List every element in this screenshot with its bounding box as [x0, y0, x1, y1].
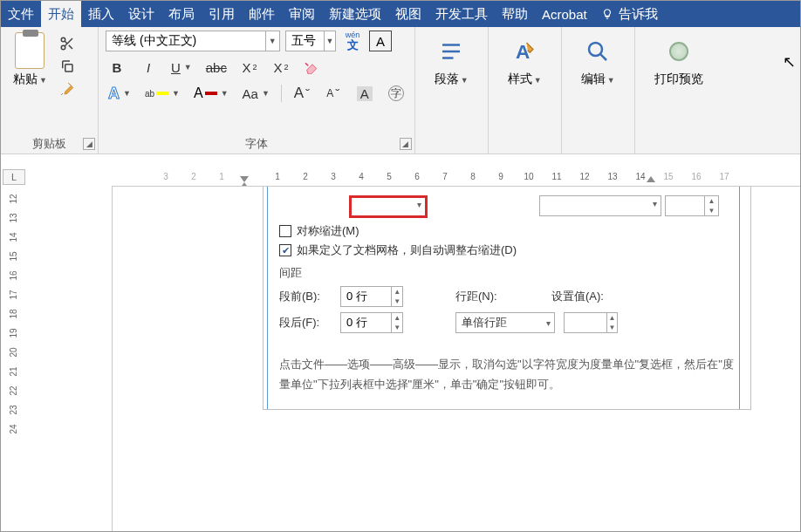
document-area: L 12131415161718192021222324 32112345678… — [1, 154, 800, 531]
guide-line — [267, 187, 268, 409]
space-after-spinner[interactable]: ▲▼ — [340, 312, 403, 333]
special-indent-combo[interactable] — [349, 195, 428, 218]
tab-help[interactable]: 帮助 — [495, 1, 535, 27]
hint-text: 点击文件——选项——高级——显示，取消勾选"以字符宽度为度量单位"复选框，然后在… — [279, 354, 735, 395]
eraser-icon — [304, 60, 321, 74]
spin-up-icon[interactable]: ▲ — [607, 313, 617, 323]
group-printpreview: 打印预览 — [635, 27, 722, 153]
font-name-input[interactable] — [106, 31, 265, 51]
grow-font-button[interactable]: Aˇ — [291, 83, 313, 104]
tab-view[interactable]: 视图 — [388, 1, 428, 27]
italic-button[interactable]: I — [137, 57, 160, 78]
right-indent-marker[interactable] — [647, 176, 655, 182]
combo-partial[interactable] — [539, 195, 661, 216]
group-styles: A 样式▼ — [489, 27, 562, 153]
styles-button[interactable]: A 样式▼ — [496, 31, 554, 92]
shrink-font-button[interactable]: Aˇ — [322, 83, 345, 104]
tab-developer[interactable]: 开发工具 — [428, 1, 495, 27]
ribbon-tabs: 文件 开始 插入 设计 布局 引用 邮件 审阅 新建选项 视图 开发工具 帮助 … — [1, 1, 800, 27]
enclose-char-button[interactable]: 字 — [385, 83, 407, 104]
svg-line-11 — [600, 54, 606, 60]
clipboard-dialog-launcher[interactable]: ◢ — [83, 138, 95, 150]
spin-up-icon[interactable]: ▲ — [392, 287, 402, 297]
svg-point-0 — [61, 38, 65, 42]
text-effects-button[interactable]: A▼ — [106, 83, 134, 104]
tab-acrobat[interactable]: Acrobat — [535, 1, 594, 27]
spin-up-icon[interactable]: ▲ — [392, 313, 402, 323]
tab-file[interactable]: 文件 — [1, 1, 41, 27]
group-clipboard: 粘贴▼ 剪贴板 ◢ — [1, 27, 99, 153]
print-preview-button[interactable]: 打印预览 — [642, 31, 715, 92]
set-value-spinner[interactable]: ▲▼ — [564, 312, 618, 333]
strikethrough-button[interactable]: abc — [203, 57, 229, 78]
chevron-down-icon: ▼ — [39, 76, 47, 85]
tell-me-label: 告诉我 — [619, 6, 658, 23]
change-case-button[interactable]: Aa▼ — [240, 83, 272, 104]
svg-line-3 — [69, 45, 72, 49]
cut-button[interactable] — [58, 36, 77, 51]
checkbox-icon: ✔ — [279, 244, 291, 256]
svg-line-4 — [65, 41, 67, 44]
tab-newtab[interactable]: 新建选项 — [322, 1, 388, 27]
tab-mailings[interactable]: 邮件 — [242, 1, 282, 27]
char-border-button[interactable]: A — [369, 31, 392, 51]
group-title-font: 字体 — [106, 134, 407, 153]
tab-review[interactable]: 审阅 — [282, 1, 322, 27]
paragraph-icon — [435, 36, 467, 67]
editing-button[interactable]: 编辑▼ — [569, 31, 627, 92]
auto-adjust-checkbox[interactable]: ✔如果定义了文档网格，则自动调整右缩进(D) — [279, 242, 735, 258]
font-size-combo[interactable]: ▼ — [285, 31, 336, 51]
chevron-down-icon[interactable]: ▼ — [324, 31, 335, 51]
lightbulb-icon — [601, 8, 613, 20]
space-before-label: 段前(B): — [279, 289, 332, 304]
clear-format-button[interactable] — [301, 57, 324, 78]
paste-button[interactable]: 粘贴▼ — [8, 31, 52, 89]
group-paragraph: 段落▼ — [415, 27, 489, 153]
group-title-clipboard: 剪贴板 — [8, 134, 91, 153]
svg-point-1 — [61, 45, 65, 50]
space-after-label: 段后(F): — [279, 315, 332, 331]
guide-line — [739, 187, 740, 409]
paragraph-dialog: ▲▼ 对称缩进(M) ✔如果定义了文档网格，则自动调整右缩进(D) 间距 段前(… — [263, 187, 751, 410]
underline-button[interactable]: U▼ — [168, 57, 195, 78]
copy-icon — [59, 58, 75, 74]
font-size-input[interactable] — [286, 31, 324, 51]
line-spacing-select[interactable]: 单倍行距 — [455, 312, 555, 333]
format-painter-button[interactable] — [58, 81, 77, 97]
group-editing: 编辑▼ — [562, 27, 635, 153]
horizontal-ruler[interactable]: 3211234567891011121314151617 — [24, 168, 800, 184]
vertical-ruler[interactable]: 12131415161718192021222324 — [3, 154, 24, 531]
mirror-indent-checkbox[interactable]: 对称缩进(M) — [279, 223, 735, 239]
font-dialog-launcher[interactable]: ◢ — [400, 138, 412, 150]
spin-down-icon[interactable]: ▼ — [607, 323, 617, 332]
line-spacing-label: 行距(N): — [455, 289, 508, 304]
copy-button[interactable] — [58, 58, 77, 74]
chevron-down-icon[interactable]: ▼ — [265, 31, 280, 51]
tab-references[interactable]: 引用 — [202, 1, 242, 27]
tab-design[interactable]: 设计 — [121, 1, 161, 27]
cursor-icon: ↖ — [783, 52, 796, 72]
font-name-combo[interactable]: ▼ — [106, 31, 280, 51]
tab-insert[interactable]: 插入 — [81, 1, 121, 27]
phonetic-guide-button[interactable]: wén文 — [341, 31, 364, 51]
spacing-section-label: 间距 — [279, 265, 735, 281]
tab-layout[interactable]: 布局 — [161, 1, 202, 27]
subscript-button[interactable]: X2 — [238, 57, 261, 78]
page: ▲▼ 对称缩进(M) ✔如果定义了文档网格，则自动调整右缩进(D) 间距 段前(… — [112, 186, 800, 531]
clipboard-icon — [15, 32, 44, 69]
spin-down-icon[interactable]: ▼ — [392, 297, 402, 306]
tell-me[interactable]: 告诉我 — [594, 1, 665, 27]
highlight-button[interactable]: ab▼ — [142, 83, 182, 104]
tab-home[interactable]: 开始 — [41, 1, 81, 27]
spin-partial[interactable]: ▲▼ — [665, 195, 719, 216]
ruler-corner[interactable]: L — [3, 169, 25, 185]
char-shading-button[interactable]: A — [353, 83, 376, 104]
paragraph-button[interactable]: 段落▼ — [422, 31, 481, 92]
spin-down-icon[interactable]: ▼ — [392, 323, 402, 332]
space-before-spinner[interactable]: ▲▼ — [340, 286, 403, 307]
font-color-button[interactable]: A▼ — [191, 83, 231, 104]
superscript-button[interactable]: X2 — [270, 57, 292, 78]
search-icon — [582, 36, 613, 67]
bold-button[interactable]: B — [106, 57, 128, 78]
group-font: ▼ ▼ wén文 A B I U▼ abc X2 X2 A▼ ab▼ A▼ Aa… — [99, 27, 415, 153]
